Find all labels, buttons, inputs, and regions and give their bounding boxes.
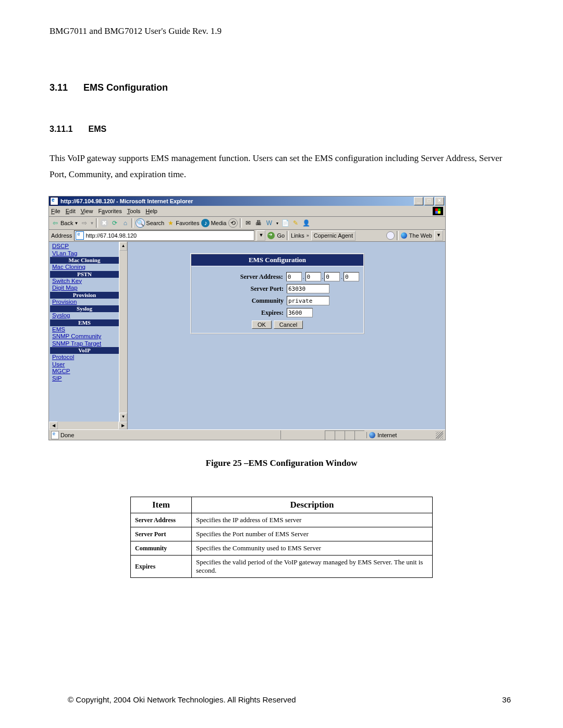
sidebar-link-protocol[interactable]: Protocol (49, 354, 127, 361)
search-scope-dropdown[interactable]: ▼ (434, 230, 443, 241)
sidebar-vscroll[interactable]: ▲ ▼ (119, 242, 127, 429)
copyright: © Copyright, 2004 Oki Network Technologi… (68, 695, 296, 704)
figure-caption: Figure 25 –EMS Configuration Window (50, 458, 513, 468)
status-done-text: Done (60, 432, 74, 438)
body-paragraph: This VoIP gateway supports EMS managemen… (50, 151, 513, 182)
ip-octet-3[interactable] (324, 272, 340, 281)
sidebar-link-provision[interactable]: Provision (49, 299, 127, 306)
back-button[interactable]: ⇦Back ▼ (51, 219, 78, 227)
sidebar-link-digitmap[interactable]: Digit Map (49, 285, 127, 292)
label-server-port: Server Port: (224, 285, 284, 293)
discuss-icon[interactable]: 📄 (281, 219, 289, 227)
community-input[interactable] (287, 296, 329, 305)
section-heading: 3.11EMS Configuration (50, 82, 513, 93)
forward-button[interactable]: ⇨▼ (80, 219, 94, 227)
ip-octet-1[interactable] (286, 272, 302, 281)
sidebar-link-sip[interactable]: SIP (49, 375, 127, 382)
sidebar-link-dscp[interactable]: DSCP (49, 243, 127, 250)
home-icon[interactable]: ⌂ (121, 219, 129, 227)
sidebar-link-switchkey[interactable]: Switch Key (49, 278, 127, 285)
page-header: BMG7011 and BMG7012 User's Guide Rev. 1.… (50, 26, 513, 36)
favorites-button[interactable]: ★Favorites (166, 219, 199, 227)
copernic-button[interactable]: Copernic Agent (311, 231, 356, 241)
resize-grip-icon[interactable] (436, 431, 443, 439)
cancel-button[interactable]: Cancel (274, 320, 303, 329)
the-web-label: The Web (409, 232, 432, 239)
address-bar: Address http://67.104.98.120 ▼ Go Links … (49, 230, 445, 242)
sidebar-group-provision: Provision (50, 292, 119, 299)
page-number: 36 (502, 695, 511, 704)
print-icon[interactable]: 🖶 (254, 219, 263, 227)
status-zone-text: Internet (377, 432, 397, 438)
search-icon[interactable] (386, 231, 395, 240)
links-chevron-icon[interactable]: » (307, 233, 309, 238)
menu-favorites[interactable]: Favorites (98, 208, 121, 214)
sidebar-link-vlan[interactable]: VLan Tag (49, 250, 127, 257)
address-dropdown[interactable]: ▼ (256, 230, 265, 241)
sidebar-hscroll[interactable]: ◀ ▶ (49, 422, 127, 429)
menu-tools[interactable]: Tools (127, 208, 141, 214)
related-icon[interactable]: ✎ (291, 219, 300, 227)
scroll-right-icon[interactable]: ▶ (118, 422, 127, 429)
sidebar-group-pstn: PSTN (50, 271, 119, 278)
label-expires: Expires: (224, 309, 284, 317)
menu-help[interactable]: Help (145, 208, 157, 214)
server-address-input[interactable]: . . . (286, 272, 359, 281)
sidebar-link-mgcp[interactable]: MGCP (49, 368, 127, 375)
media-button[interactable]: ♪Media (201, 219, 226, 227)
close-button[interactable]: × (435, 197, 444, 205)
sidebar-link-snmpcomm[interactable]: SNMP Community (49, 333, 127, 340)
menubar: File Edit View Favorites Tools Help (49, 206, 445, 217)
menu-view[interactable]: View (81, 208, 93, 214)
links-label[interactable]: Links (291, 232, 304, 239)
subsection-number: 3.11.1 (50, 125, 72, 133)
maximize-button[interactable]: □ (424, 197, 434, 205)
history-icon[interactable]: ⟲ (228, 218, 238, 228)
table-row: CommunitySpecifies the Community used to… (131, 541, 433, 556)
messenger-icon[interactable]: 👤 (302, 219, 310, 227)
status-zone: Internet (366, 432, 434, 438)
status-done: Done (51, 431, 278, 439)
address-input[interactable]: http://67.104.98.120 (74, 230, 254, 241)
config-panel: EMS Configuration Server Address: . . . (190, 253, 364, 334)
ok-button[interactable]: OK (252, 320, 272, 329)
sidebar-link-user[interactable]: User (49, 361, 127, 368)
minimize-button[interactable]: _ (414, 197, 423, 205)
expires-input[interactable] (287, 308, 313, 317)
menu-edit[interactable]: Edit (66, 208, 76, 214)
sidebar-link-mac[interactable]: Mac Cloning (49, 264, 127, 271)
address-value: http://67.104.98.120 (85, 232, 137, 239)
server-port-input[interactable] (287, 284, 329, 293)
scroll-up-icon[interactable]: ▲ (119, 242, 127, 251)
mail-icon[interactable]: ✉▼ (244, 219, 252, 227)
ip-octet-4[interactable] (344, 272, 359, 281)
table-row: Server AddressSpecifies the IP address o… (131, 513, 433, 527)
main-pane: EMS Configuration Server Address: . . . (128, 242, 445, 429)
search-button[interactable]: 🔍Search (136, 218, 164, 228)
sidebar-link-ems[interactable]: EMS (49, 326, 127, 334)
sidebar-link-snmptrap[interactable]: SNMP Trap Target (49, 340, 127, 348)
ip-octet-2[interactable] (305, 272, 321, 281)
sidebar-group-voip: VoIP (50, 347, 119, 354)
menu-file[interactable]: File (51, 208, 60, 214)
footer: © Copyright, 2004 Oki Network Technologi… (0, 695, 563, 704)
scroll-left-icon[interactable]: ◀ (49, 422, 58, 429)
subsection-title: EMS (88, 125, 106, 133)
internet-icon (369, 432, 375, 438)
toolbar: ⇦Back ▼ ⇨▼ ✖ ⟳ ⌂ 🔍Search ★Favorites ♪Med… (49, 217, 445, 230)
globe-icon (401, 232, 407, 239)
go-icon[interactable] (267, 232, 275, 239)
edit-icon[interactable]: W (265, 219, 273, 227)
scroll-down-icon[interactable]: ▼ (119, 413, 127, 422)
ms-flag-icon (433, 207, 443, 215)
refresh-icon[interactable]: ⟳ (111, 219, 119, 227)
browser-window: http://67.104.98.120/ - Microsoft Intern… (48, 196, 446, 440)
description-table: Item Description Server AddressSpecifies… (130, 497, 433, 578)
table-row: Server PortSpecifies the Port number of … (131, 527, 433, 541)
go-label[interactable]: Go (277, 232, 285, 239)
window-title: http://67.104.98.120/ - Microsoft Intern… (60, 198, 193, 204)
sidebar-link-syslog[interactable]: Syslog (49, 312, 127, 319)
ie-icon (50, 197, 58, 205)
stop-icon[interactable]: ✖ (100, 219, 108, 227)
sidebar-group-syslog: Syslog (50, 305, 119, 312)
